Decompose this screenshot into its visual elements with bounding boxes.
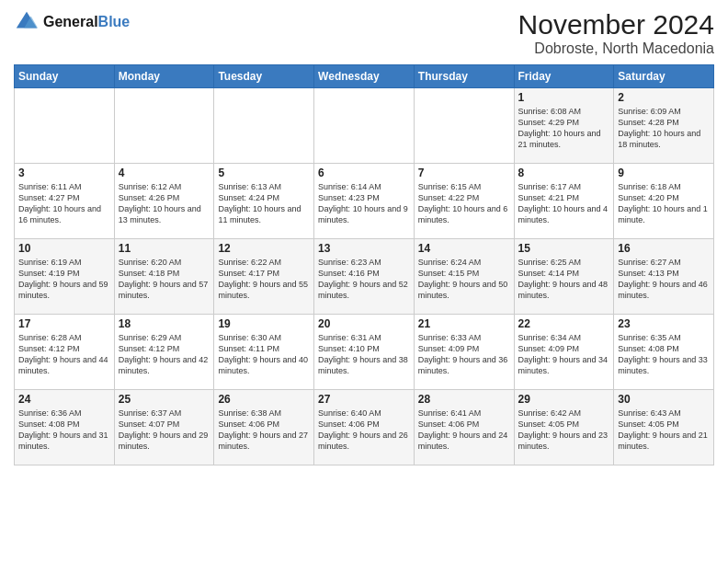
cell-content: Sunrise: 6:24 AM Sunset: 4:15 PM Dayligh…	[418, 257, 510, 302]
calendar-cell: 10Sunrise: 6:19 AM Sunset: 4:19 PM Dayli…	[15, 239, 115, 315]
calendar-cell: 3Sunrise: 6:11 AM Sunset: 4:27 PM Daylig…	[15, 164, 115, 239]
calendar-cell: 25Sunrise: 6:37 AM Sunset: 4:07 PM Dayli…	[114, 390, 214, 465]
cell-content: Sunrise: 6:20 AM Sunset: 4:18 PM Dayligh…	[119, 257, 210, 302]
day-number: 30	[618, 393, 710, 406]
calendar-cell: 8Sunrise: 6:17 AM Sunset: 4:21 PM Daylig…	[514, 164, 614, 239]
calendar-cell	[214, 88, 314, 164]
day-number: 11	[119, 242, 210, 255]
day-number: 6	[318, 167, 410, 179]
day-number: 22	[518, 317, 610, 330]
day-header-friday: Friday	[514, 65, 614, 88]
calendar-cell: 16Sunrise: 6:27 AM Sunset: 4:13 PM Dayli…	[614, 239, 714, 315]
calendar-cell	[114, 88, 214, 164]
cell-content: Sunrise: 6:13 AM Sunset: 4:24 PM Dayligh…	[218, 181, 310, 226]
logo: GeneralBlue	[14, 9, 130, 35]
calendar-cell: 22Sunrise: 6:34 AM Sunset: 4:09 PM Dayli…	[514, 315, 614, 390]
cell-content: Sunrise: 6:37 AM Sunset: 4:07 PM Dayligh…	[119, 408, 210, 453]
calendar-cell: 30Sunrise: 6:43 AM Sunset: 4:05 PM Dayli…	[614, 390, 714, 465]
cell-content: Sunrise: 6:18 AM Sunset: 4:20 PM Dayligh…	[618, 181, 710, 226]
day-number: 3	[18, 167, 110, 179]
cell-content: Sunrise: 6:08 AM Sunset: 4:29 PM Dayligh…	[518, 106, 610, 151]
calendar-cell: 27Sunrise: 6:40 AM Sunset: 4:06 PM Dayli…	[314, 390, 415, 465]
cell-content: Sunrise: 6:41 AM Sunset: 4:06 PM Dayligh…	[418, 408, 510, 453]
cell-content: Sunrise: 6:11 AM Sunset: 4:27 PM Dayligh…	[18, 181, 110, 226]
calendar-cell: 2Sunrise: 6:09 AM Sunset: 4:28 PM Daylig…	[614, 88, 714, 164]
calendar-container: GeneralBlue November 2024 Dobroste, Nort…	[0, 0, 728, 563]
calendar-cell: 1Sunrise: 6:08 AM Sunset: 4:29 PM Daylig…	[514, 88, 614, 164]
calendar-week-row: 10Sunrise: 6:19 AM Sunset: 4:19 PM Dayli…	[15, 239, 714, 315]
cell-content: Sunrise: 6:19 AM Sunset: 4:19 PM Dayligh…	[18, 257, 110, 302]
calendar-cell: 18Sunrise: 6:29 AM Sunset: 4:12 PM Dayli…	[114, 315, 214, 390]
calendar-cell: 24Sunrise: 6:36 AM Sunset: 4:08 PM Dayli…	[15, 390, 115, 465]
calendar-header-row: SundayMondayTuesdayWednesdayThursdayFrid…	[15, 65, 714, 88]
title-block: November 2024 Dobroste, North Macedonia	[518, 9, 714, 57]
cell-content: Sunrise: 6:27 AM Sunset: 4:13 PM Dayligh…	[618, 257, 710, 302]
cell-content: Sunrise: 6:23 AM Sunset: 4:16 PM Dayligh…	[318, 257, 410, 302]
logo-text: GeneralBlue	[43, 14, 130, 30]
calendar-cell	[414, 88, 514, 164]
cell-content: Sunrise: 6:28 AM Sunset: 4:12 PM Dayligh…	[18, 332, 110, 377]
calendar-week-row: 3Sunrise: 6:11 AM Sunset: 4:27 PM Daylig…	[15, 164, 714, 239]
day-number: 21	[418, 317, 510, 330]
calendar-cell: 5Sunrise: 6:13 AM Sunset: 4:24 PM Daylig…	[214, 164, 314, 239]
day-number: 24	[18, 393, 110, 406]
calendar-week-row: 1Sunrise: 6:08 AM Sunset: 4:29 PM Daylig…	[15, 88, 714, 164]
day-header-thursday: Thursday	[414, 65, 514, 88]
day-number: 14	[418, 242, 510, 255]
day-header-saturday: Saturday	[614, 65, 714, 88]
calendar-cell: 21Sunrise: 6:33 AM Sunset: 4:09 PM Dayli…	[414, 315, 514, 390]
calendar-cell: 13Sunrise: 6:23 AM Sunset: 4:16 PM Dayli…	[314, 239, 415, 315]
day-number: 23	[618, 317, 710, 330]
subtitle: Dobroste, North Macedonia	[518, 40, 714, 57]
cell-content: Sunrise: 6:14 AM Sunset: 4:23 PM Dayligh…	[318, 181, 410, 226]
calendar-cell: 4Sunrise: 6:12 AM Sunset: 4:26 PM Daylig…	[114, 164, 214, 239]
day-number: 12	[218, 242, 310, 255]
cell-content: Sunrise: 6:25 AM Sunset: 4:14 PM Dayligh…	[518, 257, 610, 302]
cell-content: Sunrise: 6:22 AM Sunset: 4:17 PM Dayligh…	[218, 257, 310, 302]
cell-content: Sunrise: 6:09 AM Sunset: 4:28 PM Dayligh…	[618, 106, 710, 151]
day-number: 18	[119, 317, 210, 330]
day-number: 17	[18, 317, 110, 330]
calendar-week-row: 24Sunrise: 6:36 AM Sunset: 4:08 PM Dayli…	[15, 390, 714, 465]
day-number: 7	[418, 167, 510, 179]
calendar-cell: 19Sunrise: 6:30 AM Sunset: 4:11 PM Dayli…	[214, 315, 314, 390]
day-number: 19	[218, 317, 310, 330]
cell-content: Sunrise: 6:40 AM Sunset: 4:06 PM Dayligh…	[318, 408, 410, 453]
calendar-cell: 15Sunrise: 6:25 AM Sunset: 4:14 PM Dayli…	[514, 239, 614, 315]
calendar-cell: 28Sunrise: 6:41 AM Sunset: 4:06 PM Dayli…	[414, 390, 514, 465]
cell-content: Sunrise: 6:43 AM Sunset: 4:05 PM Dayligh…	[618, 408, 710, 453]
calendar-cell: 29Sunrise: 6:42 AM Sunset: 4:05 PM Dayli…	[514, 390, 614, 465]
cell-content: Sunrise: 6:33 AM Sunset: 4:09 PM Dayligh…	[418, 332, 510, 377]
calendar-cell: 7Sunrise: 6:15 AM Sunset: 4:22 PM Daylig…	[414, 164, 514, 239]
calendar-cell: 6Sunrise: 6:14 AM Sunset: 4:23 PM Daylig…	[314, 164, 415, 239]
day-number: 13	[318, 242, 410, 255]
cell-content: Sunrise: 6:29 AM Sunset: 4:12 PM Dayligh…	[119, 332, 210, 377]
calendar-cell: 14Sunrise: 6:24 AM Sunset: 4:15 PM Dayli…	[414, 239, 514, 315]
day-number: 28	[418, 393, 510, 406]
day-number: 26	[218, 393, 310, 406]
day-number: 10	[18, 242, 110, 255]
cell-content: Sunrise: 6:12 AM Sunset: 4:26 PM Dayligh…	[119, 181, 210, 226]
day-number: 27	[318, 393, 410, 406]
day-header-sunday: Sunday	[15, 65, 115, 88]
calendar-week-row: 17Sunrise: 6:28 AM Sunset: 4:12 PM Dayli…	[15, 315, 714, 390]
calendar-cell: 26Sunrise: 6:38 AM Sunset: 4:06 PM Dayli…	[214, 390, 314, 465]
calendar-table: SundayMondayTuesdayWednesdayThursdayFrid…	[14, 64, 714, 465]
day-number: 15	[518, 242, 610, 255]
day-header-monday: Monday	[114, 65, 214, 88]
day-number: 16	[618, 242, 710, 255]
day-header-wednesday: Wednesday	[314, 65, 415, 88]
day-number: 25	[119, 393, 210, 406]
day-number: 4	[119, 167, 210, 179]
day-header-tuesday: Tuesday	[214, 65, 314, 88]
day-number: 29	[518, 393, 610, 406]
calendar-cell: 12Sunrise: 6:22 AM Sunset: 4:17 PM Dayli…	[214, 239, 314, 315]
calendar-cell: 17Sunrise: 6:28 AM Sunset: 4:12 PM Dayli…	[15, 315, 115, 390]
day-number: 1	[518, 91, 610, 104]
cell-content: Sunrise: 6:30 AM Sunset: 4:11 PM Dayligh…	[218, 332, 310, 377]
cell-content: Sunrise: 6:31 AM Sunset: 4:10 PM Dayligh…	[318, 332, 410, 377]
day-number: 20	[318, 317, 410, 330]
logo-icon	[14, 9, 40, 35]
day-number: 5	[218, 167, 310, 179]
calendar-cell: 9Sunrise: 6:18 AM Sunset: 4:20 PM Daylig…	[614, 164, 714, 239]
